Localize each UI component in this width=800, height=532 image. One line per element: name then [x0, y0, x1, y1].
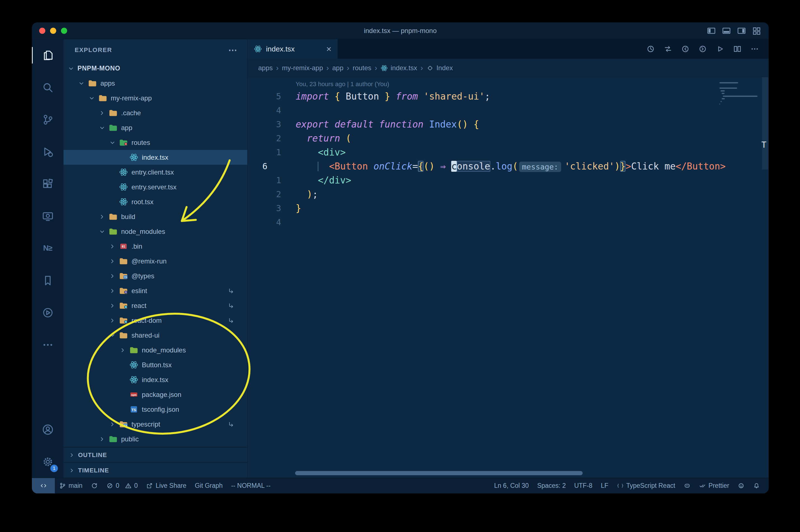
breadcrumb-index[interactable]: Index: [426, 64, 453, 72]
tree-item-my-remix-app[interactable]: my-remix-app: [63, 91, 247, 106]
tree-item-react[interactable]: react: [63, 298, 247, 313]
tree-item-root-tsx[interactable]: root.tsx: [63, 194, 247, 209]
status-remote-indicator[interactable]: [32, 478, 55, 493]
customize-layout-icon[interactable]: [752, 26, 761, 36]
tree-item-react-dom[interactable]: react-dom: [63, 313, 247, 328]
tree-item-public[interactable]: public: [63, 432, 247, 446]
code-line[interactable]: 1 </div>: [248, 173, 769, 187]
tree-item-apps[interactable]: apps: [63, 76, 247, 91]
horizontal-scrollbar[interactable]: [295, 471, 583, 475]
tree-item-index-tsx[interactable]: index.tsx: [63, 372, 247, 387]
tree-item-types[interactable]: TS@types: [63, 268, 247, 283]
react-icon: [129, 375, 138, 384]
code-line[interactable]: 4: [248, 103, 769, 117]
tree-item-label: package.json: [142, 391, 181, 399]
tree-item-routes[interactable]: routes: [63, 135, 247, 150]
close-tab-icon[interactable]: ×: [326, 44, 331, 53]
activity-extensions[interactable]: [32, 168, 63, 200]
code-line[interactable]: 3export default function Index() {: [248, 117, 769, 131]
status-vim-mode[interactable]: -- NORMAL --: [227, 478, 275, 493]
tree-item-shared-ui[interactable]: shared-ui: [63, 328, 247, 343]
activity-search[interactable]: [32, 71, 63, 103]
tree-item-index-tsx[interactable]: index.tsx: [63, 150, 247, 165]
tree-item-remix-run[interactable]: @remix-run: [63, 254, 247, 268]
activity-bookmarks[interactable]: [32, 264, 63, 297]
minimap[interactable]: [720, 82, 756, 109]
code-line[interactable]: 4: [248, 215, 769, 229]
previous-change-icon[interactable]: [681, 44, 690, 53]
code-line[interactable]: 2 );: [248, 187, 769, 202]
status-indentation[interactable]: Spaces: 2: [533, 478, 570, 493]
code-line[interactable]: 6 <Button onClick={() ⇒ console.log(mess…: [248, 159, 769, 173]
activity-explorer[interactable]: [32, 39, 63, 71]
code-line[interactable]: 2 return (: [248, 131, 769, 146]
code-line[interactable]: 3}: [248, 202, 769, 215]
git-blame-annotation[interactable]: You, 23 hours ago | 1 author (You): [296, 80, 769, 88]
next-change-icon[interactable]: [698, 44, 707, 53]
split-editor-icon[interactable]: [733, 44, 742, 53]
status-prettier[interactable]: Prettier: [695, 478, 734, 493]
activity-remote-explorer[interactable]: [32, 200, 63, 232]
code-editor[interactable]: You, 23 hours ago | 1 author (You) 5impo…: [248, 77, 769, 478]
status-cursor-position[interactable]: Ln 6, Col 30: [490, 478, 533, 493]
tree-item-entry-client-tsx[interactable]: entry.client.tsx: [63, 165, 247, 179]
more-actions-icon[interactable]: ⋯: [228, 45, 237, 55]
run-file-icon[interactable]: [716, 44, 724, 53]
tab-index-tsx[interactable]: index.tsx ×: [248, 39, 338, 59]
tree-item-node-modules[interactable]: node_modules: [63, 343, 247, 358]
code-line[interactable]: 1 <div>: [248, 146, 769, 159]
breadcrumb-app[interactable]: app: [332, 64, 343, 72]
toggle-primary-sidebar-icon[interactable]: [707, 26, 716, 36]
status-publish-changes[interactable]: [87, 478, 102, 493]
minimize-window-button[interactable]: [50, 28, 56, 34]
status-git-graph[interactable]: Git Graph: [190, 478, 227, 493]
tree-item-pnpm-mono[interactable]: PNPM-MONO: [63, 61, 247, 76]
activity-run-debug[interactable]: [32, 136, 63, 168]
file-history-icon[interactable]: [646, 44, 655, 53]
breadcrumb-index-tsx[interactable]: index.tsx: [380, 64, 417, 72]
status-eol-sequence[interactable]: LF: [597, 478, 613, 493]
status-feedback[interactable]: [734, 478, 749, 493]
code-line[interactable]: 5import { Button } from 'shared-ui';: [248, 90, 769, 103]
activity-play-circle[interactable]: [32, 297, 63, 329]
tree-item-bin[interactable]: 01.bin: [63, 239, 247, 254]
toggle-panel-icon[interactable]: [722, 26, 731, 36]
tree-item-package-json[interactable]: npmpackage.json: [63, 387, 247, 402]
tree-item-cache[interactable]: .cache: [63, 106, 247, 120]
section-label: OUTLINE: [78, 452, 107, 459]
activity-source-control[interactable]: [32, 103, 63, 136]
status-encoding[interactable]: UTF-8: [570, 478, 597, 493]
sidebar-section-timeline[interactable]: TIMELINE: [63, 462, 247, 478]
breadcrumb-apps[interactable]: apps: [258, 64, 273, 72]
vertical-scrollbar[interactable]: [762, 77, 768, 170]
close-window-button[interactable]: [39, 28, 45, 34]
tree-item-entry-server-tsx[interactable]: entry.server.tsx: [63, 179, 247, 194]
status-notifications[interactable]: [749, 478, 764, 493]
tree-item-eslint[interactable]: eslint: [63, 283, 247, 298]
status-problems-errors[interactable]: 0: [102, 478, 123, 493]
zoom-window-button[interactable]: [61, 28, 67, 34]
tree-item-tsconfig-json[interactable]: TStsconfig.json: [63, 402, 247, 417]
activity-settings[interactable]: 1: [32, 445, 63, 478]
tree-item-node-modules[interactable]: node_modules: [63, 224, 247, 239]
activity-nx-console[interactable]: N≥: [32, 232, 63, 264]
more-actions-icon[interactable]: [750, 44, 759, 53]
status-problems-warnings[interactable]: 0: [123, 478, 142, 493]
breadcrumb-routes[interactable]: routes: [353, 64, 372, 72]
activity-accounts[interactable]: [32, 413, 63, 445]
line-number: 4: [248, 215, 281, 229]
status-git-branch[interactable]: main: [55, 478, 87, 493]
status-live-share[interactable]: Live Share: [142, 478, 190, 493]
sidebar-section-outline[interactable]: OUTLINE: [63, 447, 247, 462]
tree-item-button-tsx[interactable]: Button.tsx: [63, 358, 247, 372]
breadcrumb-my-remix-app[interactable]: my-remix-app: [282, 64, 323, 72]
toggle-secondary-sidebar-icon[interactable]: [737, 26, 746, 36]
compare-changes-icon[interactable]: [664, 44, 672, 53]
status-language-mode[interactable]: { }TypeScript React: [613, 478, 680, 493]
activity-more-activity[interactable]: [32, 329, 63, 361]
minimap-line: [721, 90, 725, 92]
tree-item-app[interactable]: app: [63, 120, 247, 135]
tree-item-typescript[interactable]: TStypescript: [63, 417, 247, 432]
status-copilot[interactable]: [680, 478, 695, 493]
tree-item-build[interactable]: build: [63, 209, 247, 224]
